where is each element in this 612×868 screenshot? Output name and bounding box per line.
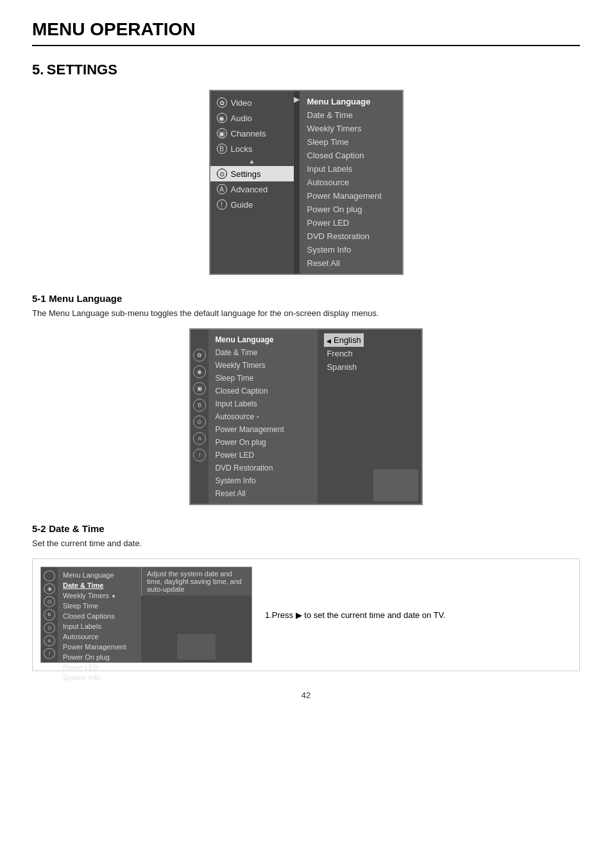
section-title: SETTINGS (47, 62, 117, 78)
icon-settings-2: ⊙ (193, 415, 206, 428)
menu-item-settings[interactable]: ⊙ Settings (210, 166, 294, 181)
subsection2-title: Date & Time (49, 523, 104, 534)
subsection2-number: 5-2 (32, 523, 46, 534)
dt-input-labels[interactable]: Input Labels (63, 621, 136, 631)
audio-icon: ◉ (217, 113, 227, 123)
right-item-input-labels[interactable]: Input Labels (307, 162, 395, 176)
center-item-sleep-time[interactable]: Sleep Time (215, 372, 311, 385)
advanced-icon: A (217, 184, 227, 194)
dt-power-management[interactable]: Power Management (63, 642, 136, 652)
center-item-menu-language[interactable]: Menu Language (215, 333, 311, 346)
icon-advanced-2: A (193, 432, 206, 445)
dt-date-time[interactable]: Date & Time (63, 580, 136, 590)
lang-french[interactable]: French (327, 347, 361, 360)
dt-menu-language[interactable]: Menu Language (63, 570, 136, 580)
menu-item-video[interactable]: ✿ Video (210, 95, 294, 110)
right-item-power-led[interactable]: Power LED (307, 216, 395, 230)
dt-system-info[interactable]: System Info (63, 672, 136, 683)
menu-left-col: ✿ Video ◉ Audio ▣ Channels B Locks ▲ ⊙ S… (210, 91, 294, 274)
icon-audio-2: ◉ (193, 365, 206, 378)
dt-right-panel: Adjust the system date and time, dayligh… (141, 567, 251, 662)
lang-english[interactable]: ◀ English (324, 333, 363, 347)
menu-arrow-right: ▶ (294, 91, 300, 274)
page-title: MENU OPERATION (32, 19, 580, 46)
tv-screen-2: ✿ ◉ ▣ B ⊙ A ! Menu Language Date & Time … (189, 328, 422, 505)
menu-item-channels[interactable]: ▣ Channels (210, 126, 294, 141)
dt-icon-4: B (44, 609, 55, 620)
center-item-dvd-restoration[interactable]: DVD Restoration (215, 462, 311, 474)
instruction-text: 1.Press ▶ to set the current time and da… (265, 610, 446, 620)
center-item-reset-all[interactable]: Reset All (215, 487, 311, 500)
dt-power-on-plug[interactable]: Power On plug (63, 652, 136, 662)
menu-item-audio[interactable]: ◉ Audio (210, 110, 294, 126)
menu-item-locks[interactable]: B Locks (210, 141, 294, 156)
icon-locks-2: B (193, 399, 206, 412)
center-item-date-time[interactable]: Date & Time (215, 346, 311, 359)
right-item-autosource[interactable]: Autosource (307, 176, 395, 189)
datetime-instruction: 1.Press ▶ to set the current time and da… (252, 567, 572, 663)
icons-col-2: ✿ ◉ ▣ B ⊙ A ! (191, 330, 208, 504)
decorative-image (370, 330, 421, 504)
dt-weekly-timers[interactable]: Weekly Timers ▼ (63, 590, 136, 601)
dt-power-led[interactable]: Power LED (63, 662, 136, 672)
datetime-screen-area: ◉ ◎ B ⊙ A ! Menu Language Date & Time We… (40, 567, 252, 663)
center-item-power-management[interactable]: Power Management (215, 423, 311, 436)
dt-sleep-time[interactable]: Sleep Time (63, 601, 136, 611)
menu1-container: ✿ Video ◉ Audio ▣ Channels B Locks ▲ ⊙ S… (32, 90, 580, 275)
menu-item-advanced[interactable]: A Advanced (210, 181, 294, 197)
dt-icon-7: ! (44, 648, 55, 659)
dt-icon-1 (44, 571, 55, 581)
icon-video-2: ✿ (193, 349, 206, 362)
right-item-system-info[interactable]: System Info (307, 243, 395, 256)
dt-icon-6: A (44, 635, 55, 646)
subsection2-description: Set the current time and date. (32, 538, 580, 548)
video-icon: ✿ (217, 97, 227, 108)
tv-screen-1: ✿ Video ◉ Audio ▣ Channels B Locks ▲ ⊙ S… (209, 90, 404, 275)
right-item-menu-language[interactable]: Menu Language (307, 95, 395, 108)
dt-menu-col: Menu Language Date & Time Weekly Timers … (58, 567, 141, 662)
subsection1-title: Menu Language (49, 293, 122, 304)
dt-icon-3: ◎ (44, 596, 55, 607)
right-item-sleep-time[interactable]: Sleep Time (307, 135, 395, 149)
dt-icon-5: ⊙ (44, 622, 55, 633)
dt-closed-captions[interactable]: Closed Captions (63, 611, 136, 621)
right-item-dvd-restoration[interactable]: DVD Restoration (307, 230, 395, 243)
right-item-power-on-plug[interactable]: Power On plug (307, 203, 395, 216)
menu-item-guide[interactable]: ! Guide (210, 197, 294, 212)
menu2-container: ✿ ◉ ▣ B ⊙ A ! Menu Language Date & Time … (32, 328, 580, 505)
right-item-date-time[interactable]: Date & Time (307, 108, 395, 122)
datetime-box: ◉ ◎ B ⊙ A ! Menu Language Date & Time We… (32, 558, 580, 671)
center-item-weekly-timers[interactable]: Weekly Timers (215, 359, 311, 372)
menu-right-col: Menu Language Date & Time Weekly Timers … (300, 91, 402, 274)
lang-spanish[interactable]: Spanish (327, 360, 361, 374)
dt-image (141, 596, 251, 662)
center-item-system-info[interactable]: System Info (215, 474, 311, 487)
right-item-closed-caption[interactable]: Closed Caption (307, 149, 395, 162)
locks-icon: B (217, 144, 227, 154)
page-number: 42 (32, 690, 580, 700)
settings-icon: ⊙ (217, 169, 227, 179)
dt-icon-2: ◉ (44, 583, 55, 594)
dt-icons-col: ◉ ◎ B ⊙ A ! (41, 567, 58, 662)
center-item-power-on-plug[interactable]: Power On plug (215, 436, 311, 449)
center-item-autosource[interactable]: Autosource ▪ (215, 410, 311, 423)
right-item-weekly-timers[interactable]: Weekly Timers (307, 122, 395, 135)
language-panel: ◀ English French Spanish (318, 330, 370, 504)
scroll-up-arrow: ▲ (210, 156, 294, 166)
center-item-input-labels[interactable]: Input Labels (215, 397, 311, 410)
channels-icon: ▣ (217, 128, 227, 138)
right-item-reset-all[interactable]: Reset All (307, 256, 395, 270)
guide-icon: ! (217, 199, 227, 210)
menu-center-col: Menu Language Date & Time Weekly Timers … (208, 330, 318, 504)
dt-autosource[interactable]: Autosource (63, 631, 136, 642)
section-number: 5. (32, 62, 44, 78)
icon-guide-2: ! (193, 449, 206, 462)
dt-tooltip: Adjust the system date and time, dayligh… (141, 567, 251, 596)
center-item-power-led[interactable]: Power LED (215, 449, 311, 462)
center-item-closed-caption[interactable]: Closed Caption (215, 385, 311, 397)
right-item-power-management[interactable]: Power Management (307, 189, 395, 203)
icon-channels-2: ▣ (193, 382, 206, 395)
datetime-tv-screen: ◉ ◎ B ⊙ A ! Menu Language Date & Time We… (40, 567, 252, 663)
subsection1-description: The Menu Language sub-menu toggles the d… (32, 308, 580, 318)
subsection1-number: 5-1 (32, 293, 46, 304)
